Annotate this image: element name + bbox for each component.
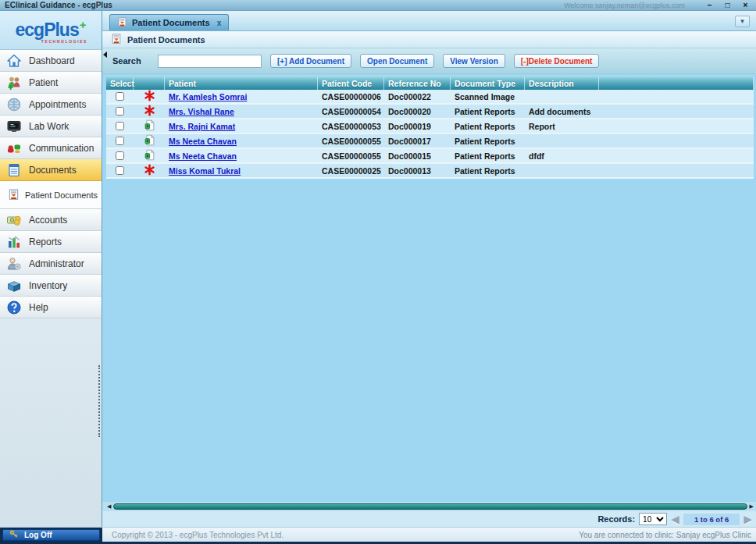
row-select-checkbox[interactable] bbox=[116, 92, 124, 101]
scroll-left-icon[interactable]: ◀ bbox=[107, 503, 111, 510]
patient-code-cell: CASE00000006 bbox=[318, 90, 384, 103]
sidebar-item-reports[interactable]: Reports bbox=[0, 231, 102, 253]
sidebar-item-documents[interactable]: Documents bbox=[0, 159, 102, 181]
sidebar-item-inventory[interactable]: Inventory bbox=[0, 275, 102, 297]
sidebar-item-label: Accounts bbox=[29, 215, 67, 226]
select-cell bbox=[106, 90, 134, 103]
row-select-checkbox[interactable] bbox=[116, 122, 124, 130]
close-button[interactable]: × bbox=[740, 0, 751, 10]
row-select-checkbox[interactable] bbox=[116, 107, 124, 116]
patient-documents-icon bbox=[111, 34, 122, 46]
previous-page-icon[interactable]: ◀ bbox=[671, 513, 679, 525]
document-type-cell: Patient Reports bbox=[451, 149, 525, 162]
sidebar-item-administrator[interactable]: Administrator bbox=[0, 253, 102, 275]
tab-list-dropdown[interactable]: ▼ bbox=[735, 16, 750, 27]
doc-type-icon-cell bbox=[134, 164, 165, 177]
patient-cell: Mr. Kamlesh Somrai bbox=[165, 90, 318, 103]
horizontal-scrollbar[interactable]: ◀ ▶ bbox=[102, 502, 756, 511]
table-row[interactable]: Mrs. Vishal RaneCASE00000054Doc000020Pat… bbox=[106, 105, 754, 119]
column-header-select[interactable]: Select bbox=[106, 77, 134, 90]
next-page-icon[interactable]: ▶ bbox=[744, 513, 752, 525]
patient-code-cell: CASE00000055 bbox=[318, 149, 384, 162]
row-select-checkbox[interactable] bbox=[116, 151, 124, 160]
reference-no-cell: Doc000022 bbox=[384, 90, 451, 103]
tab-close-icon[interactable]: x bbox=[217, 19, 222, 27]
column-header-blank[interactable] bbox=[134, 77, 165, 90]
documents-icon bbox=[6, 162, 22, 178]
sidebar-collapse-arrow[interactable] bbox=[103, 52, 107, 58]
table-row[interactable]: Mr. Kamlesh SomraiCASE00000006Doc000022S… bbox=[106, 90, 754, 105]
reference-no-cell: Doc000019 bbox=[384, 119, 451, 133]
inventory-icon bbox=[6, 278, 22, 293]
blank-cell bbox=[599, 105, 754, 118]
logo-plus-icon: + bbox=[80, 18, 87, 31]
patient-code-cell: CASE00000054 bbox=[318, 105, 384, 118]
reference-no-cell: Doc000013 bbox=[384, 164, 451, 177]
column-header-patient[interactable]: Patient bbox=[165, 77, 318, 90]
log-off-button[interactable]: Log Off bbox=[2, 529, 100, 541]
sidebar-item-patient-documents[interactable]: Patient Documents bbox=[0, 181, 102, 209]
sidebar-item-patient[interactable]: Patient bbox=[0, 72, 102, 94]
toolbar: Search [+] Add Document Open Document Vi… bbox=[102, 48, 756, 74]
tab-patient-documents[interactable]: Patient Documents x bbox=[109, 14, 229, 30]
patient-link[interactable]: Mrs. Vishal Rane bbox=[169, 107, 234, 116]
maximize-button[interactable]: □ bbox=[722, 0, 733, 10]
row-select-checkbox[interactable] bbox=[116, 137, 124, 145]
description-cell: dfdf bbox=[525, 149, 599, 162]
blank-cell bbox=[599, 164, 754, 177]
column-header-document-type[interactable]: Document Type bbox=[451, 77, 525, 90]
table-row[interactable]: Ms Neeta ChavanCASE00000055Doc000015Pati… bbox=[106, 149, 754, 164]
column-header-patient-code[interactable]: Patient Code bbox=[318, 77, 384, 90]
page-range-text: 1 to 6 of 6 bbox=[683, 514, 740, 525]
sidebar-splitter-handle[interactable] bbox=[98, 365, 100, 437]
table-row[interactable]: Ms Neeta ChavanCASE00000055Doc000017Pati… bbox=[106, 134, 754, 149]
patient-link[interactable]: Ms Neeta Chavan bbox=[169, 137, 237, 146]
search-label: Search bbox=[112, 56, 152, 66]
records-label: Records: bbox=[597, 514, 635, 524]
blank-cell bbox=[599, 90, 754, 103]
document-type-cell: Patient Reports bbox=[451, 105, 525, 118]
sidebar-item-lab-work[interactable]: Lab Work bbox=[0, 116, 102, 137]
doc-icon bbox=[144, 119, 155, 133]
sidebar-item-appointments[interactable]: Appointments bbox=[0, 94, 102, 116]
patient-cell: Miss Komal Tukral bbox=[165, 164, 318, 177]
description-cell: Report bbox=[525, 119, 599, 133]
open-document-button[interactable]: Open Document bbox=[360, 54, 434, 68]
delete-document-button[interactable]: [-]Delete Document bbox=[514, 54, 600, 68]
sidebar-item-accounts[interactable]: Accounts bbox=[0, 209, 102, 231]
sidebar-nav: DashboardPatientAppointmentsLab WorkComm… bbox=[0, 50, 102, 318]
doc-icon bbox=[144, 134, 155, 148]
grid-header: SelectPatientPatient CodeReference NoDoc… bbox=[106, 76, 754, 90]
patient-link[interactable]: Ms Neeta Chavan bbox=[169, 151, 237, 161]
sidebar-item-label: Appointments bbox=[29, 99, 86, 110]
doc-type-icon-cell bbox=[134, 105, 165, 118]
scrollbar-thumb[interactable] bbox=[113, 503, 747, 510]
sidebar-item-dashboard[interactable]: Dashboard bbox=[0, 50, 102, 72]
search-input[interactable] bbox=[158, 55, 262, 68]
patient-documents-icon bbox=[117, 17, 127, 29]
view-version-button[interactable]: View Version bbox=[443, 54, 505, 68]
breadcrumb: Patient Documents bbox=[102, 31, 756, 48]
patient-link[interactable]: Mrs. Rajni Kamat bbox=[169, 122, 235, 131]
patient-link[interactable]: Miss Komal Tukral bbox=[169, 166, 241, 176]
patient-icon bbox=[6, 75, 22, 91]
scroll-right-icon[interactable]: ▶ bbox=[750, 503, 754, 510]
sidebar-item-help[interactable]: Help bbox=[0, 297, 102, 318]
sidebar-item-label: Reports bbox=[29, 236, 62, 247]
patient-link[interactable]: Mr. Kamlesh Somrai bbox=[169, 92, 247, 101]
minimize-button[interactable]: – bbox=[704, 0, 715, 10]
table-row[interactable]: Mrs. Rajni KamatCASE00000053Doc000019Pat… bbox=[106, 119, 754, 134]
patient-cell: Ms Neeta Chavan bbox=[165, 149, 318, 162]
column-header-reference-no[interactable]: Reference No bbox=[384, 77, 451, 90]
records-per-page-select[interactable]: 10 bbox=[639, 513, 667, 525]
patient-cell: Mrs. Vishal Rane bbox=[165, 105, 318, 118]
table-row[interactable]: Miss Komal TukralCASE00000025Doc000013Pa… bbox=[106, 164, 754, 179]
sidebar-item-communication[interactable]: Communication bbox=[0, 137, 102, 159]
document-type-cell: Patient Reports bbox=[451, 134, 525, 148]
pagination-bar: Records: 10 ◀ 1 to 6 of 6 ▶ bbox=[102, 511, 756, 527]
row-select-checkbox[interactable] bbox=[116, 166, 124, 175]
select-cell bbox=[106, 149, 134, 162]
column-header-description[interactable]: Description bbox=[525, 77, 599, 90]
add-document-button[interactable]: [+] Add Document bbox=[270, 54, 351, 68]
column-header-blank[interactable] bbox=[599, 77, 754, 90]
